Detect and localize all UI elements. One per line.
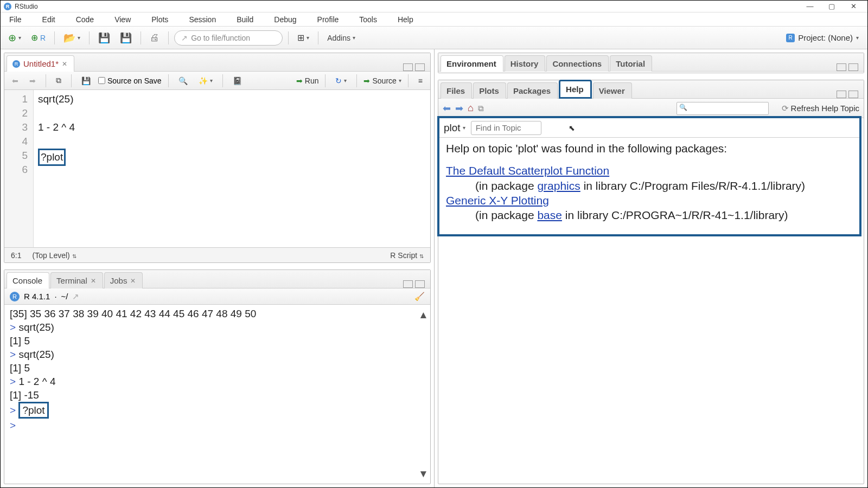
maximize-pane-icon[interactable] [415,63,425,71]
r-version: R 4.1.1 [24,292,50,301]
window-titlebar: R RStudio — ▢ ✕ [1,1,867,12]
console-output[interactable]: ▲ ▼ [35] 35 36 37 38 39 40 41 42 43 44 4… [4,305,430,484]
maximize-pane-icon[interactable] [848,91,858,98]
rerun-button[interactable]: ↻▾ [332,74,350,87]
minimize-pane-icon[interactable] [403,63,413,71]
close-button[interactable]: ✕ [843,2,864,10]
help-tabs: Files Plots Packages Help Viewer [438,80,864,99]
forward-button[interactable]: ➡ [26,74,39,87]
help-forward-button[interactable]: ➡ [455,102,463,114]
minimize-button[interactable]: — [799,2,821,10]
menu-profile[interactable]: Profile [317,15,339,24]
file-type-selector[interactable]: R Script ⇅ [390,251,424,260]
source-pane: R Untitled1* ✕ ⬅ ➡ ⧉ 💾 Source on Save [4,53,431,263]
main-toolbar: ⊕▾ ⊕R 📂▾ 💾 💾 🖨 ↗ Go to file/function ⊞▾ … [1,27,867,49]
help-popout-icon[interactable]: ⧉ [478,104,484,113]
help-package-link[interactable]: graphics [537,179,580,192]
goto-file-input[interactable]: ↗ Go to file/function [174,30,283,46]
help-back-button[interactable]: ⬅ [443,102,451,114]
close-tab-icon[interactable]: ✕ [62,60,67,68]
help-topic-selector[interactable]: plot ▾ [444,122,465,134]
menu-tools[interactable]: Tools [359,15,377,24]
menu-build[interactable]: Build [237,15,253,24]
find-button[interactable]: 🔍 [175,74,191,87]
tab-viewer[interactable]: Viewer [593,82,632,99]
tab-connections[interactable]: Connections [546,55,609,72]
help-home-icon[interactable]: ⌂ [468,102,474,114]
separator [288,31,289,44]
help-toolbar: ⬅ ➡ ⌂ ⧉ ⟳Refresh Help Topic [438,99,864,118]
separator [89,31,90,44]
rstudio-logo-icon: R [4,3,11,10]
tab-history[interactable]: History [505,55,546,72]
back-button[interactable]: ⬅ [9,74,22,87]
tab-packages[interactable]: Packages [507,82,558,99]
scroll-down-icon[interactable]: ▼ [418,467,429,480]
minimize-pane-icon[interactable] [403,280,413,288]
run-button[interactable]: ➡Run [296,76,319,85]
tab-terminal[interactable]: Terminal ✕ [50,272,103,288]
clear-console-icon[interactable]: 🧹 [414,292,425,301]
tab-environment[interactable]: Environment [441,55,503,72]
help-package-link[interactable]: base [537,209,562,221]
environment-pane: Environment History Connections Tutorial [438,53,864,73]
code-area[interactable]: sqrt(25) 1 - 2 ^ 4 ?plot [34,90,430,247]
help-findbar: plot ▾ ⬉ [439,118,859,138]
source-on-save-checkbox[interactable]: Source on Save [98,76,162,85]
project-selector[interactable]: R Project: (None) ▾ [786,33,863,42]
help-content: Help on topic 'plot' was found in the fo… [439,138,859,227]
working-dir: ~/ [61,292,68,301]
menu-session[interactable]: Session [189,15,216,24]
maximize-pane-icon[interactable] [848,63,858,71]
save-button[interactable]: 💾 [95,30,113,46]
outline-button[interactable]: ≡ [415,74,426,87]
grid-view-button[interactable]: ⊞▾ [294,30,312,45]
new-project-button[interactable]: ⊕R [28,30,49,45]
addins-button[interactable]: Addins ▾ [324,31,359,44]
maximize-button[interactable]: ▢ [821,2,843,10]
minimize-pane-icon[interactable] [837,91,846,98]
help-result-link[interactable]: The Default Scatterplot Function [446,164,609,177]
editor-body[interactable]: 123456 sqrt(25) 1 - 2 ^ 4 ?plot [4,90,430,247]
line-gutter: 123456 [4,90,34,247]
tab-console[interactable]: Console [7,272,49,288]
show-in-new-window-button[interactable]: ⧉ [53,74,65,87]
source-tab-untitled1[interactable]: R Untitled1* ✕ [7,55,74,72]
menu-code[interactable]: Code [76,15,94,24]
separator [318,31,318,44]
menubar: File Edit Code View Plots Session Build … [1,12,867,27]
menu-edit[interactable]: Edit [42,15,55,24]
new-file-button[interactable]: ⊕▾ [5,30,24,46]
find-in-topic-input[interactable] [471,121,541,135]
refresh-help-button[interactable]: ⟳Refresh Help Topic [782,104,859,113]
popout-icon[interactable]: ↗ [72,292,79,301]
menu-file[interactable]: File [9,15,22,24]
tab-jobs[interactable]: Jobs ✕ [104,272,143,288]
menu-debug[interactable]: Debug [274,15,296,24]
print-button[interactable]: 🖨 [146,30,163,46]
source-button[interactable]: ➡Source ▾ [363,76,401,85]
minimize-pane-icon[interactable] [837,63,846,71]
close-tab-icon[interactable]: ✕ [91,277,96,285]
open-file-button[interactable]: 📂▾ [60,30,84,46]
wand-button[interactable]: ✨▾ [195,74,216,87]
tab-files[interactable]: Files [441,82,472,99]
menu-help[interactable]: Help [398,15,413,24]
notebook-button[interactable]: 📓 [229,74,245,87]
scroll-up-icon[interactable]: ▲ [418,308,429,322]
menu-plots[interactable]: Plots [151,15,168,24]
save-editor-button[interactable]: 💾 [78,74,94,87]
menu-view[interactable]: View [114,15,131,24]
close-tab-icon[interactable]: ✕ [130,277,136,285]
tab-plots[interactable]: Plots [473,82,506,99]
save-all-button[interactable]: 💾 [117,30,135,46]
help-pane: Files Plots Packages Help Viewer ⬅ ➡ ⌂ ⧉… [438,80,864,484]
scope-selector[interactable]: (Top Level) ⇅ [32,251,76,260]
separator [141,31,141,44]
help-highlighted-region: plot ▾ ⬉ Help on topic 'plot' was found … [437,116,861,236]
tab-tutorial[interactable]: Tutorial [610,55,652,72]
maximize-pane-icon[interactable] [415,280,425,288]
help-result-link[interactable]: Generic X-Y Plotting [446,194,549,207]
help-search-input[interactable] [676,102,769,115]
tab-help[interactable]: Help [559,80,592,99]
